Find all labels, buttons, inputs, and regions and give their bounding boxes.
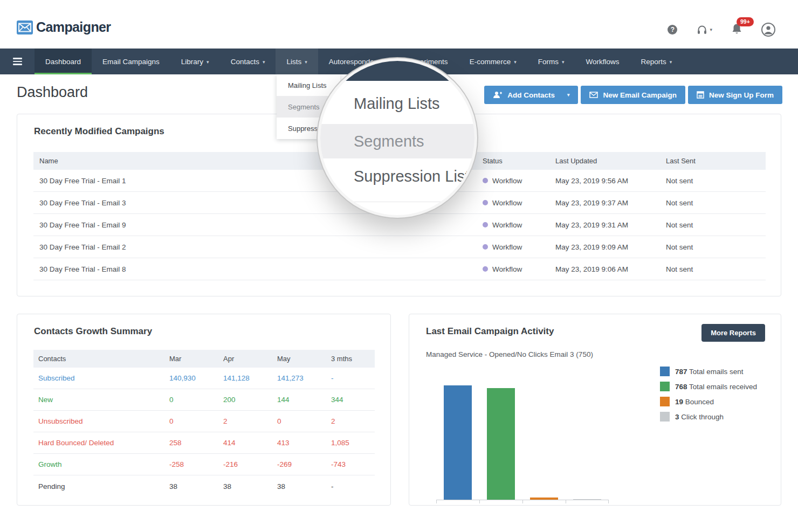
last-updated: May 23, 2019 9:31 AM <box>549 221 660 229</box>
card-title: Last Email Campaign Activity <box>426 326 554 337</box>
chevron-down-icon: ▾ <box>710 27 712 32</box>
card-title: Recently Modified Campaigns <box>34 126 164 137</box>
magnifier-lens: Mailing Lists Segments Suppression Lists <box>318 58 477 218</box>
last-sent: Not sent <box>660 221 766 229</box>
nav-item-ecommerce[interactable]: E-commerce▾ <box>459 49 527 74</box>
table-row: Unsubscribed 0 2 0 2 <box>33 411 375 432</box>
growth-value: 141,273 <box>272 374 326 382</box>
user-avatar[interactable] <box>761 23 775 37</box>
legend-swatch <box>660 397 670 406</box>
growth-row-label[interactable]: Growth <box>33 460 164 468</box>
growth-value: 140,930 <box>164 374 218 382</box>
growth-value: - <box>326 482 375 490</box>
hamburger-menu-icon[interactable] <box>0 49 35 74</box>
table-row[interactable]: 30 Day Free Trial - Email 2 Workflow May… <box>33 236 766 258</box>
column-header-apr: Apr <box>218 355 272 363</box>
chevron-down-icon: ▾ <box>670 59 672 65</box>
table-row: Subscribed 140,930 141,128 141,273 - <box>33 368 375 389</box>
table-row: Growth -258 -216 -269 -743 <box>33 454 375 475</box>
nav-item-contacts[interactable]: Contacts▾ <box>220 49 276 74</box>
growth-row-label[interactable]: Pending <box>33 482 164 490</box>
notifications-button[interactable]: 99+ <box>732 23 742 37</box>
campaign-name[interactable]: 30 Day Free Trial - Email 9 <box>33 221 477 229</box>
nav-item-library[interactable]: Library▾ <box>170 49 220 74</box>
campaigner-logo[interactable]: Campaigner <box>17 19 111 35</box>
add-user-icon <box>493 91 503 99</box>
bar-total-emails-received <box>487 388 515 500</box>
growth-value: 414 <box>218 439 272 447</box>
chevron-down-icon: ▾ <box>263 59 265 65</box>
nav-item-email-campaigns[interactable]: Email Campaigns <box>92 49 170 74</box>
chevron-down-icon: ▾ <box>514 59 517 65</box>
more-reports-button[interactable]: More Reports <box>701 324 765 342</box>
status-cell: Workflow <box>477 221 549 229</box>
growth-value: 38 <box>218 482 272 490</box>
bar-chart <box>436 385 609 500</box>
column-header-last-updated: Last Updated <box>549 157 660 165</box>
growth-value: 38 <box>272 482 326 490</box>
growth-row-label[interactable]: New <box>33 396 164 404</box>
brand-name: Campaigner <box>36 19 111 35</box>
legend-swatch <box>660 412 670 422</box>
last-sent: Not sent <box>660 199 766 207</box>
growth-value: 144 <box>272 396 326 404</box>
header-icon-group: ? ▾ 99+ <box>668 23 775 37</box>
last-email-campaign-activity-card: Last Email Campaign Activity More Report… <box>409 314 781 506</box>
campaign-name[interactable]: 30 Day Free Trial - Email 2 <box>33 243 477 251</box>
support-menu[interactable]: ▾ <box>697 24 712 35</box>
legend-swatch <box>660 367 670 376</box>
growth-value: -269 <box>272 460 326 468</box>
growth-row-label[interactable]: Hard Bounced/ Deleted <box>33 439 164 447</box>
status-label: Workflow <box>492 243 522 251</box>
table-row[interactable]: 30 Day Free Trial - Email 8 Workflow May… <box>33 258 766 280</box>
legend-item: 19 Bounced <box>660 397 757 406</box>
add-contacts-button[interactable]: Add Contacts ▾ <box>484 86 578 104</box>
status-dot <box>483 222 488 227</box>
help-icon[interactable]: ? <box>668 25 677 34</box>
growth-value: 2 <box>218 417 272 425</box>
growth-value: 38 <box>164 482 218 490</box>
menu-item-mailing-lists[interactable]: Mailing Lists <box>277 74 340 96</box>
growth-row-label[interactable]: Subscribed <box>33 374 164 382</box>
new-email-campaign-button[interactable]: New Email Campaign <box>581 86 685 104</box>
growth-value: 0 <box>164 417 218 425</box>
nav-item-forms[interactable]: Forms▾ <box>527 49 575 74</box>
column-header-last-sent: Last Sent <box>660 157 766 165</box>
growth-value: 258 <box>164 439 218 447</box>
lens-menu-item-mailing-lists[interactable]: Mailing Lists <box>354 95 440 113</box>
growth-table: Contacts Mar Apr May 3 mths Subscribed 1… <box>33 350 375 497</box>
legend-item: 3 Click through <box>660 412 757 422</box>
growth-value: 1,085 <box>326 439 375 447</box>
nav-item-reports[interactable]: Reports▾ <box>630 49 683 74</box>
chevron-down-icon: ▾ <box>567 92 570 98</box>
legend-swatch <box>660 382 670 391</box>
growth-value: - <box>326 374 375 382</box>
status-label: Workflow <box>492 199 522 207</box>
column-header-mar: Mar <box>164 355 218 363</box>
lens-menu-item-segments[interactable]: Segments <box>354 133 424 150</box>
nav-item-lists[interactable]: Lists▾ <box>276 49 318 74</box>
lens-menu-item-suppression-lists[interactable]: Suppression Lists <box>354 168 477 185</box>
page-title: Dashboard <box>17 84 88 101</box>
growth-value: 141,128 <box>218 374 272 382</box>
status-dot <box>483 178 488 183</box>
new-signup-form-button[interactable]: New Sign Up Form <box>688 86 782 104</box>
growth-value: -743 <box>326 460 375 468</box>
status-cell: Workflow <box>477 177 549 185</box>
column-header-may: May <box>272 355 326 363</box>
growth-value: 413 <box>272 439 326 447</box>
nav-item-workflows[interactable]: Workflows <box>575 49 630 74</box>
chart-x-axis <box>436 500 609 500</box>
growth-value: -258 <box>164 460 218 468</box>
last-updated: May 23, 2019 9:09 AM <box>549 243 660 251</box>
growth-row-label[interactable]: Unsubscribed <box>33 417 164 425</box>
campaign-name[interactable]: 30 Day Free Trial - Email 8 <box>33 265 477 273</box>
status-label: Workflow <box>492 177 522 185</box>
nav-item-dashboard[interactable]: Dashboard <box>35 49 92 74</box>
chart-legend: 787 Total emails sent 768 Total emails r… <box>660 367 757 422</box>
chevron-down-icon: ▾ <box>562 59 565 65</box>
status-label: Workflow <box>492 221 522 229</box>
growth-value: 200 <box>218 396 272 404</box>
contacts-growth-summary-card: Contacts Growth Summary Contacts Mar Apr… <box>17 314 391 506</box>
status-label: Workflow <box>492 265 522 273</box>
